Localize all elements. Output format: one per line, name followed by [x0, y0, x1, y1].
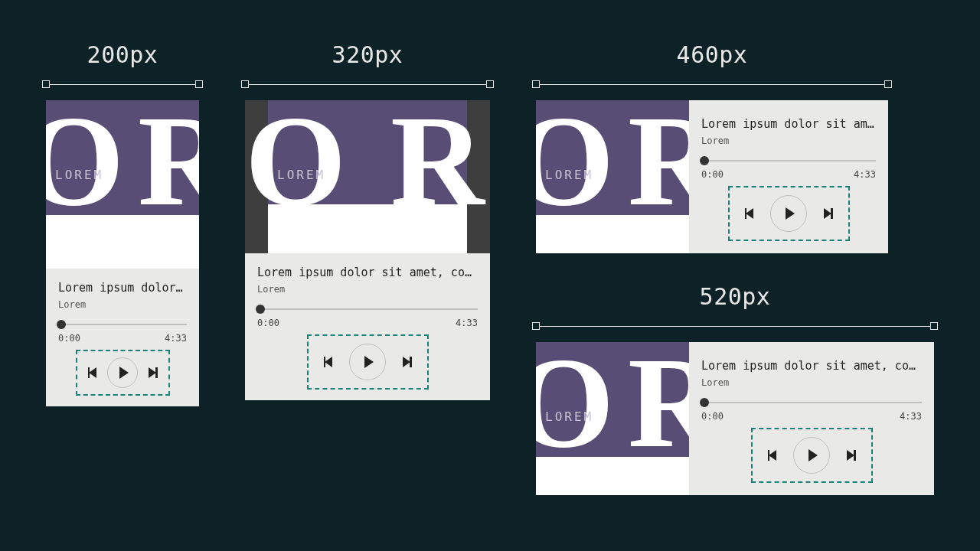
progress-track[interactable] — [58, 321, 187, 328]
progress-track[interactable] — [701, 157, 876, 165]
album-art: O R LOREM — [536, 100, 689, 253]
play-button[interactable] — [349, 344, 386, 380]
media-card: O R LOREM Lorem ipsum dolor … Lorem 0:00… — [46, 100, 199, 406]
album-art-label: LOREM — [277, 168, 325, 182]
prev-button[interactable] — [88, 367, 97, 378]
ruler-handle-right[interactable] — [486, 80, 494, 88]
media-card: O R LOREM Lorem ipsum dolor sit amet… Lo… — [536, 100, 888, 253]
time-elapsed: 0:00 — [701, 169, 724, 180]
time-total: 4:33 — [165, 333, 187, 344]
time-total: 4:33 — [456, 318, 478, 328]
ruler-handle-left[interactable] — [241, 80, 249, 88]
size-label: 320px — [245, 41, 490, 68]
time-elapsed: 0:00 — [701, 411, 724, 422]
ruler-handle-left[interactable] — [42, 80, 50, 88]
album-art: O R LOREM — [245, 100, 490, 253]
time-elapsed: 0:00 — [58, 333, 80, 344]
width-ruler — [46, 79, 199, 90]
time-elapsed: 0:00 — [257, 318, 279, 328]
play-icon — [808, 449, 818, 461]
breakpoint-200: 200px O R LOREM Lorem ipsum dolor … Lore… — [46, 41, 199, 406]
album-art: O R LOREM — [46, 100, 199, 269]
ruler-handle-right[interactable] — [195, 80, 203, 88]
breakpoint-320: 320px O R LOREM Lorem ipsum dolor sit am… — [245, 41, 490, 400]
size-label: 200px — [46, 41, 199, 68]
width-ruler — [536, 79, 888, 90]
time-total: 4:33 — [900, 411, 922, 422]
prev-button[interactable] — [324, 357, 333, 367]
time-total: 4:33 — [854, 169, 876, 180]
size-label: 460px — [536, 41, 888, 68]
album-art-label: LOREM — [545, 168, 593, 182]
album-art: O R LOREM — [536, 342, 689, 495]
track-artist: Lorem — [257, 284, 478, 295]
media-card: O R LOREM Lorem ipsum dolor sit amet, co… — [245, 100, 490, 400]
ruler-handle-left[interactable] — [532, 322, 540, 330]
track-title: Lorem ipsum dolor sit amet, conse… — [257, 266, 478, 279]
breakpoint-460: 460px O R LOREM Lorem ipsum dolor sit am… — [536, 41, 888, 253]
track-artist: Lorem — [701, 135, 876, 146]
album-art-label: LOREM — [55, 168, 103, 182]
album-art-label: LOREM — [545, 409, 593, 424]
play-button[interactable] — [107, 357, 138, 388]
ruler-handle-right[interactable] — [930, 322, 938, 330]
ruler-handle-right[interactable] — [884, 80, 892, 88]
play-icon — [119, 367, 129, 379]
progress-track[interactable] — [701, 399, 922, 406]
track-title: Lorem ipsum dolor sit amet… — [701, 117, 876, 131]
breakpoint-520: 520px O R LOREM Lorem ipsum dolor sit am… — [536, 283, 934, 495]
size-label: 520px — [536, 283, 934, 310]
next-button[interactable] — [149, 367, 158, 378]
track-artist: Lorem — [58, 299, 187, 310]
next-button[interactable] — [824, 208, 833, 219]
track-title: Lorem ipsum dolor … — [58, 281, 187, 295]
progress-thumb[interactable] — [700, 156, 709, 165]
play-button[interactable] — [793, 437, 830, 474]
progress-thumb[interactable] — [256, 305, 265, 314]
width-ruler — [536, 321, 934, 331]
play-icon — [364, 356, 374, 368]
play-icon — [786, 207, 795, 220]
progress-thumb[interactable] — [57, 320, 66, 329]
ruler-handle-left[interactable] — [532, 80, 540, 88]
playback-controls — [307, 334, 429, 390]
playback-controls — [76, 350, 170, 396]
next-button[interactable] — [847, 450, 856, 461]
next-button[interactable] — [403, 357, 412, 367]
play-button[interactable] — [770, 195, 807, 232]
prev-button[interactable] — [768, 450, 777, 461]
track-title: Lorem ipsum dolor sit amet, conse… — [701, 359, 922, 373]
media-card: O R LOREM Lorem ipsum dolor sit amet, co… — [536, 342, 934, 495]
progress-thumb[interactable] — [700, 398, 709, 407]
playback-controls — [751, 428, 873, 483]
width-ruler — [245, 79, 490, 90]
track-artist: Lorem — [701, 377, 922, 388]
playback-controls — [728, 186, 850, 241]
prev-button[interactable] — [745, 208, 754, 219]
progress-track[interactable] — [257, 305, 478, 313]
